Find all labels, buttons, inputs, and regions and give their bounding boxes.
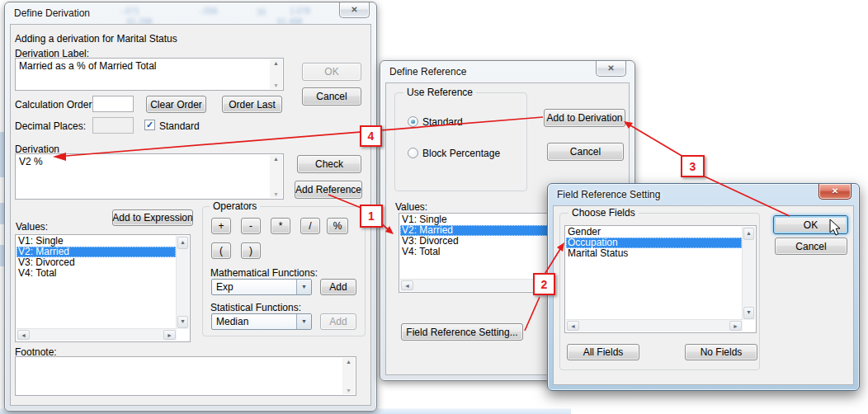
ok-button: OK xyxy=(302,63,361,81)
add-reference-button[interactable]: Add Reference xyxy=(295,181,362,199)
decimal-places-caption: Decimal Places: xyxy=(15,120,86,132)
operator-plus-button[interactable]: + xyxy=(211,218,231,234)
order-last-button[interactable]: Order Last xyxy=(222,96,282,113)
math-functions-caption: Mathematical Functions: xyxy=(210,267,318,279)
standard-radio[interactable] xyxy=(408,116,418,127)
field-reference-setting-button[interactable]: Field Reference Setting... xyxy=(401,323,523,341)
define-derivation-title: Define Derivation xyxy=(14,7,90,19)
check-button[interactable]: Check xyxy=(297,155,361,173)
values-listbox[interactable]: V1: Single V2: Married V3: Divorced V4: … xyxy=(15,234,191,342)
block-percentage-radio-label: Block Percentage xyxy=(422,148,500,159)
mouse-cursor-icon xyxy=(829,219,842,238)
use-reference-caption: Use Reference xyxy=(403,87,476,98)
derivation-label-input[interactable]: Married as a % of Married Total ▲ ▼ xyxy=(15,58,284,91)
list-item[interactable]: Marital Status xyxy=(566,248,742,259)
footnote-input[interactable]: ▲ ▼ xyxy=(15,356,356,396)
scroll-down-icon[interactable]: ▼ xyxy=(177,316,188,328)
scroll-up-icon[interactable]: ▲ xyxy=(743,228,754,240)
scroll-up-icon[interactable]: ▲ xyxy=(177,237,188,249)
scroll-right-icon[interactable]: ► xyxy=(163,330,176,340)
background-table-text: 16 xyxy=(257,7,266,16)
decimal-places-input xyxy=(92,117,134,134)
callout-1: 1 xyxy=(360,205,383,228)
derivation-expression-input[interactable]: V2 % ▲ ▼ xyxy=(15,153,284,200)
chevron-down-icon[interactable]: ▼ xyxy=(296,280,311,294)
list-item[interactable]: V4: Total xyxy=(400,247,550,257)
background-table-text: -.056 xyxy=(199,7,218,16)
scroll-down-icon[interactable]: ▼ xyxy=(270,82,282,88)
scroll-down-icon[interactable]: ▼ xyxy=(270,191,282,197)
cancel-button[interactable]: Cancel xyxy=(775,238,847,255)
scroll-down-icon[interactable]: ▼ xyxy=(342,388,355,393)
horizontal-scrollbar[interactable]: ◄ ► xyxy=(566,319,743,332)
edit-scrollbar[interactable]: ▲ ▼ xyxy=(270,155,282,198)
operator-multiply-button[interactable]: * xyxy=(271,218,290,234)
field-reference-setting-title: Field Reference Setting xyxy=(557,189,660,200)
define-reference-title: Define Reference xyxy=(389,66,466,78)
stat-functions-dropdown[interactable]: Median ▼ xyxy=(211,313,312,330)
block-percentage-radio[interactable] xyxy=(408,148,418,158)
use-reference-group: Use Reference xyxy=(394,92,527,191)
horizontal-scrollbar[interactable]: ◄ ► xyxy=(17,328,177,341)
standard-checkbox-label: Standard xyxy=(159,120,200,132)
add-to-derivation-button[interactable]: Add to Derivation xyxy=(544,109,625,127)
fields-listbox[interactable]: Gender Occupation Marital Status ▲ ▼ ◄ ► xyxy=(564,225,757,333)
scroll-left-icon[interactable]: ◄ xyxy=(567,321,579,331)
define-reference-titlebar[interactable]: Define Reference ✕ xyxy=(380,61,634,82)
values-listbox[interactable]: V1: Single V2: Married V3: Divorced V4: … xyxy=(399,213,551,293)
calculation-order-caption: Calculation Order: xyxy=(15,99,95,111)
close-icon[interactable]: ✕ xyxy=(596,61,626,77)
scroll-up-icon[interactable]: ▲ xyxy=(342,359,355,365)
callout-4: 4 xyxy=(360,125,382,147)
add-to-expression-button[interactable]: Add to Expression xyxy=(112,209,193,226)
math-add-button[interactable]: Add xyxy=(320,279,356,295)
scroll-left-icon[interactable]: ◄ xyxy=(401,280,413,290)
math-functions-dropdown[interactable]: Exp ▼ xyxy=(211,279,312,295)
vertical-scrollbar[interactable]: ▲ ▼ xyxy=(742,227,755,320)
edit-scrollbar[interactable]: ▲ ▼ xyxy=(270,59,282,89)
operator-minus-button[interactable]: - xyxy=(241,218,261,234)
background-table-text: -.071 xyxy=(120,7,139,16)
choose-fields-caption: Choose Fields xyxy=(568,207,639,219)
list-item[interactable]: V4: Total xyxy=(17,268,176,279)
field-reference-setting-titlebar[interactable]: Field Reference Setting ✕ xyxy=(548,184,859,205)
chevron-down-icon[interactable]: ▼ xyxy=(296,314,311,329)
stat-add-button: Add xyxy=(320,313,356,330)
define-derivation-titlebar[interactable]: -.071 -.056 16 1.078 61.298 61.498 Defin… xyxy=(5,2,376,24)
stat-functions-caption: Statistical Functions: xyxy=(210,302,301,313)
standard-radio-label: Standard xyxy=(422,116,463,128)
background-table-text: 1.078 xyxy=(290,7,310,16)
scroll-down-icon[interactable]: ▼ xyxy=(743,307,754,319)
close-icon[interactable]: ✕ xyxy=(818,184,851,200)
radio-dot-icon xyxy=(411,120,415,124)
scroll-up-icon[interactable]: ▲ xyxy=(270,60,282,66)
clear-order-button[interactable]: Clear Order xyxy=(146,96,206,113)
cancel-button[interactable]: Cancel xyxy=(302,87,361,106)
scroll-left-icon[interactable]: ◄ xyxy=(17,330,30,340)
scroll-up-icon[interactable]: ▲ xyxy=(270,156,282,162)
all-fields-button[interactable]: All Fields xyxy=(567,344,639,360)
operator-percent-button[interactable]: % xyxy=(327,218,348,234)
standard-checkbox[interactable]: ✓ xyxy=(144,120,155,130)
close-icon[interactable]: ✕ xyxy=(339,2,370,18)
cancel-button[interactable]: Cancel xyxy=(547,143,624,161)
operator-open-paren-button[interactable]: ( xyxy=(211,242,231,259)
no-fields-button[interactable]: No Fields xyxy=(685,344,757,360)
scroll-right-icon[interactable]: ► xyxy=(729,321,742,331)
operator-divide-button[interactable]: / xyxy=(300,218,320,234)
operator-close-paren-button[interactable]: ) xyxy=(241,242,261,259)
vertical-scrollbar[interactable]: ▲ ▼ xyxy=(176,236,189,329)
intro-text: Adding a derivation for Marital Status xyxy=(15,33,177,45)
calculation-order-input[interactable] xyxy=(92,96,134,112)
callout-3: 3 xyxy=(681,155,705,177)
operators-caption: Operators xyxy=(210,200,260,212)
edit-scrollbar[interactable]: ▲ ▼ xyxy=(342,358,355,394)
values-caption: Values: xyxy=(16,221,48,233)
values-caption: Values: xyxy=(395,201,427,213)
callout-2: 2 xyxy=(533,273,555,295)
horizontal-scrollbar[interactable]: ◄ xyxy=(400,279,550,291)
